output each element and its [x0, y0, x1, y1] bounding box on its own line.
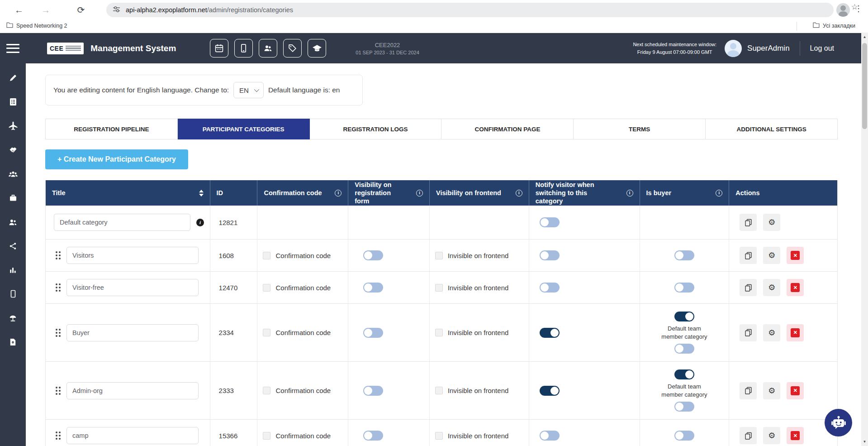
reload-icon[interactable]: ⟳ [74, 3, 88, 17]
copy-button[interactable] [740, 214, 757, 231]
briefcase-icon[interactable] [0, 189, 26, 207]
app-logo[interactable]: CEE [47, 43, 84, 54]
confirmation-code-checkbox[interactable] [263, 387, 270, 394]
is-buyer-toggle[interactable] [674, 283, 694, 293]
tab-confirmation-page[interactable]: CONFIRMATION PAGE [441, 119, 574, 139]
attendees-icon[interactable] [0, 165, 26, 183]
drag-handle-icon[interactable] [56, 387, 61, 395]
delete-button[interactable]: ✕ [787, 382, 804, 399]
default-team-member-toggle[interactable] [674, 344, 694, 354]
notify-toggle[interactable] [540, 328, 560, 338]
delete-button[interactable]: ✕ [787, 279, 804, 296]
copy-button[interactable] [740, 247, 757, 264]
is-buyer-toggle[interactable] [674, 431, 694, 441]
copy-button[interactable] [740, 324, 757, 341]
settings-button[interactable]: ⚙ [763, 247, 780, 264]
back-icon[interactable]: ← [12, 3, 26, 17]
share-icon[interactable] [0, 237, 26, 255]
tab-additional-settings[interactable]: ADDITIONAL SETTINGS [706, 119, 838, 139]
language-select[interactable]: EN [233, 82, 264, 98]
scrollbar-thumb[interactable] [862, 43, 867, 129]
education-icon[interactable] [308, 39, 326, 58]
tag-icon[interactable] [283, 39, 302, 58]
user-avatar[interactable] [725, 40, 742, 57]
is-buyer-toggle[interactable] [674, 369, 694, 379]
form-list-icon[interactable] [0, 93, 26, 111]
visibility-registration-toggle[interactable] [363, 328, 383, 338]
category-title-input[interactable] [66, 324, 199, 341]
create-category-button[interactable]: + Create New Participant Category [45, 149, 188, 169]
category-title-input[interactable] [66, 382, 199, 399]
confirmation-code-checkbox[interactable] [263, 284, 270, 292]
team-icon[interactable] [0, 213, 26, 231]
bookmark-folder-speed-networking[interactable]: Speed Networking 2 [6, 22, 67, 29]
visibility-registration-toggle[interactable] [363, 250, 383, 260]
drag-handle-icon[interactable] [56, 251, 61, 259]
delete-button[interactable]: ✕ [787, 247, 804, 264]
calendar-icon[interactable] [210, 39, 228, 58]
all-bookmarks-button[interactable]: Усі закладки [813, 22, 855, 29]
chatbot-button[interactable] [825, 409, 852, 436]
delete-button[interactable]: ✕ [787, 427, 804, 444]
info-icon[interactable]: i [516, 190, 522, 197]
info-icon[interactable]: i [335, 190, 342, 197]
invisible-frontend-checkbox[interactable] [435, 432, 443, 440]
category-title-input[interactable] [66, 247, 199, 264]
copy-button[interactable] [740, 427, 757, 444]
visibility-registration-toggle[interactable] [363, 386, 383, 396]
tab-registration-logs[interactable]: REGISTRATION LOGS [310, 119, 442, 139]
hamburger-menu-icon[interactable] [6, 44, 19, 53]
category-title-input[interactable] [66, 279, 199, 296]
participants-icon[interactable] [259, 39, 277, 58]
visibility-registration-toggle[interactable] [363, 283, 383, 293]
drag-handle-icon[interactable] [56, 329, 61, 337]
is-buyer-toggle[interactable] [674, 312, 694, 321]
info-icon[interactable]: i [196, 219, 204, 226]
invisible-frontend-checkbox[interactable] [435, 387, 443, 394]
tab-registration-pipeline[interactable]: REGISTRATION PIPELINE [45, 119, 178, 139]
invisible-frontend-checkbox[interactable] [435, 329, 443, 336]
browser-menu-icon[interactable]: ⋮ [854, 4, 863, 14]
copy-button[interactable] [740, 279, 757, 296]
address-bar[interactable]: api-alpha2.expoplatform.net/admin/regist… [106, 3, 834, 17]
settings-button[interactable]: ⚙ [763, 279, 780, 296]
analytics-icon[interactable] [0, 261, 26, 279]
handshake-icon[interactable] [0, 141, 26, 159]
scroll-up-icon[interactable]: ▲ [861, 34, 868, 40]
browser-profile-avatar[interactable] [836, 3, 850, 17]
logout-button[interactable]: Log out [810, 44, 834, 53]
forward-icon[interactable]: → [38, 3, 53, 17]
booth-icon[interactable] [0, 309, 26, 327]
settings-button[interactable]: ⚙ [763, 382, 780, 399]
scroll-down-icon[interactable]: ▼ [861, 439, 868, 445]
travel-icon[interactable] [0, 117, 26, 135]
notify-toggle[interactable] [540, 386, 560, 396]
copy-button[interactable] [740, 382, 757, 399]
settings-button[interactable]: ⚙ [763, 427, 780, 444]
notify-toggle[interactable] [540, 250, 560, 260]
invisible-frontend-checkbox[interactable] [435, 252, 443, 259]
mobile-app-icon[interactable] [234, 39, 253, 58]
edit-icon[interactable] [0, 69, 26, 87]
page-scrollbar[interactable]: ▲ ▼ [861, 33, 868, 446]
info-icon[interactable]: i [416, 190, 423, 197]
confirmation-code-checkbox[interactable] [263, 329, 270, 336]
tab-participant-categories[interactable]: PARTICIPANT CATEGORIES [178, 119, 310, 139]
visibility-registration-toggle[interactable] [363, 431, 383, 441]
confirmation-code-checkbox[interactable] [263, 252, 270, 259]
is-buyer-toggle[interactable] [674, 250, 694, 260]
settings-button[interactable]: ⚙ [763, 324, 780, 341]
invisible-frontend-checkbox[interactable] [435, 284, 443, 292]
confirmation-code-checkbox[interactable] [263, 432, 270, 440]
tab-terms[interactable]: TERMS [574, 119, 706, 139]
mobile-icon[interactable] [0, 285, 26, 303]
category-title-input[interactable] [54, 214, 190, 231]
sort-icon[interactable] [199, 190, 204, 197]
file-export-icon[interactable] [0, 333, 26, 351]
info-icon[interactable]: i [626, 190, 633, 197]
drag-handle-icon[interactable] [56, 432, 61, 440]
notify-toggle[interactable] [540, 283, 560, 293]
delete-button[interactable]: ✕ [787, 324, 804, 341]
settings-button[interactable]: ⚙ [763, 214, 780, 231]
info-icon[interactable]: i [716, 190, 722, 197]
